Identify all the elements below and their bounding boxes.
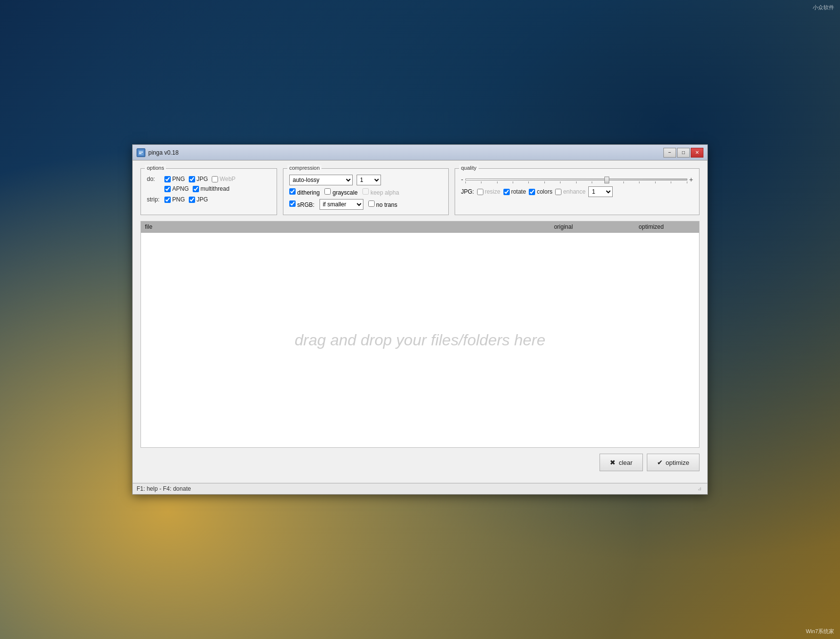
webp-do-text: WebP: [220, 176, 235, 182]
png-do-text: PNG: [172, 176, 185, 182]
srgb-mode-select[interactable]: if smaller always never: [320, 199, 363, 210]
resize-label[interactable]: resize: [477, 188, 500, 195]
resize-handle: ⊿: [698, 486, 703, 492]
minimize-button[interactable]: −: [663, 148, 676, 158]
status-text: F1: help - F4: donate: [137, 485, 191, 492]
apng-text: APNG: [172, 185, 189, 192]
multithread-label[interactable]: multithread: [193, 185, 229, 192]
quality-slider[interactable]: [465, 175, 687, 184]
jpg-do-label[interactable]: JPG: [189, 176, 208, 182]
quality-slider-row: -: [461, 175, 693, 184]
strip-png-label[interactable]: PNG: [164, 196, 185, 203]
rotate-text: rotate: [511, 188, 526, 195]
strip-jpg-text: JPG: [197, 196, 208, 203]
file-list-area[interactable]: file original optimized drag and drop yo…: [140, 221, 700, 448]
slider-handle[interactable]: [604, 177, 609, 183]
optimize-icon: ✔: [657, 459, 663, 466]
compression-method-select[interactable]: auto-lossy auto-lossless lossy lossless: [289, 175, 353, 185]
clear-icon: ✖: [610, 459, 616, 466]
colors-text: colors: [537, 188, 552, 195]
grayscale-label[interactable]: grayscale: [324, 188, 358, 196]
strip-row: strip: PNG JPG: [147, 196, 271, 203]
do-row: do: PNG JPG WebP: [147, 176, 271, 182]
webp-do-checkbox[interactable]: [212, 176, 218, 182]
png-do-checkbox[interactable]: [164, 176, 171, 182]
srgb-text: sRGB:: [297, 201, 314, 208]
keep-alpha-label[interactable]: keep alpha: [362, 188, 399, 196]
strip-png-text: PNG: [172, 196, 185, 203]
compression-method-row: auto-lossy auto-lossless lossy lossless …: [289, 175, 442, 185]
close-button[interactable]: ✕: [691, 148, 703, 158]
button-row: ✖ clear ✔ optimize: [140, 454, 700, 471]
slider-track: [465, 179, 687, 180]
dithering-label[interactable]: dithering: [289, 188, 320, 196]
optimize-label: optimize: [666, 459, 689, 466]
app-icon: [137, 148, 145, 157]
svg-rect-1: [139, 152, 143, 153]
keep-alpha-checkbox[interactable]: [362, 188, 369, 195]
srgb-checkbox[interactable]: [289, 200, 296, 207]
enhance-label[interactable]: enhance: [555, 188, 585, 195]
watermark-bottom-right: Win7系统家: [806, 628, 834, 635]
jpg-level-select[interactable]: 1 2 3 4: [588, 186, 613, 197]
restore-button[interactable]: □: [677, 148, 690, 158]
colors-checkbox[interactable]: [529, 189, 535, 195]
multithread-text: multithread: [200, 185, 229, 192]
jpg-do-text: JPG: [197, 176, 208, 182]
webp-do-label[interactable]: WebP: [212, 176, 235, 182]
quality-plus: +: [689, 176, 693, 183]
file-list-body[interactable]: drag and drop your files/folders here: [141, 233, 699, 447]
options-panel: options do: PNG JPG WebP: [140, 168, 277, 215]
slider-ticks: [465, 181, 687, 183]
quality-panel: quality -: [455, 168, 700, 215]
compression-options-row1: dithering grayscale keep alpha: [289, 188, 442, 196]
compression-level-select[interactable]: 1 2 3 4 5: [357, 175, 381, 185]
srgb-checkbox-label[interactable]: sRGB:: [289, 200, 315, 208]
strip-jpg-checkbox[interactable]: [189, 197, 195, 203]
strip-jpg-label[interactable]: JPG: [189, 196, 208, 203]
rotate-label[interactable]: rotate: [503, 188, 526, 195]
quality-legend: quality: [459, 165, 479, 171]
resize-checkbox[interactable]: [477, 189, 483, 195]
multithread-checkbox[interactable]: [193, 186, 199, 192]
window-title: pinga v0.18: [148, 149, 179, 156]
no-trans-text: no trans: [376, 201, 397, 208]
title-bar: pinga v0.18 − □ ✕: [133, 145, 707, 160]
jpg-quality-label: JPG:: [461, 188, 474, 195]
no-trans-checkbox[interactable]: [368, 200, 375, 207]
dithering-checkbox[interactable]: [289, 188, 296, 195]
colors-label[interactable]: colors: [529, 188, 552, 195]
apng-label[interactable]: APNG: [164, 185, 189, 192]
clear-button[interactable]: ✖ clear: [600, 454, 642, 471]
compression-legend: compression: [287, 165, 321, 171]
keep-alpha-text: keep alpha: [370, 189, 399, 196]
enhance-checkbox[interactable]: [555, 189, 561, 195]
main-content: options do: PNG JPG WebP: [133, 160, 707, 483]
status-bar: F1: help - F4: donate ⊿: [133, 483, 707, 494]
clear-label: clear: [619, 459, 632, 466]
enhance-text: enhance: [563, 188, 585, 195]
apng-checkbox[interactable]: [164, 186, 171, 192]
col-optimized: optimized: [607, 223, 695, 230]
quality-jpg-row: JPG: resize rotate colors: [461, 186, 693, 197]
grayscale-checkbox[interactable]: [324, 188, 331, 195]
col-original: original: [520, 223, 607, 230]
apng-row: APNG multithread: [147, 185, 271, 192]
col-file: file: [145, 223, 520, 230]
watermark-top-right: 小众软件: [813, 4, 834, 11]
svg-rect-0: [138, 150, 144, 156]
title-bar-left: pinga v0.18: [137, 148, 179, 157]
compression-options-row2: sRGB: if smaller always never no trans: [289, 199, 442, 210]
optimize-button[interactable]: ✔ optimize: [647, 454, 700, 471]
rotate-checkbox[interactable]: [503, 189, 510, 195]
strip-png-checkbox[interactable]: [164, 197, 171, 203]
jpg-do-checkbox[interactable]: [189, 176, 195, 182]
file-list-header: file original optimized: [141, 221, 699, 233]
strip-label: strip:: [147, 196, 160, 203]
dithering-text: dithering: [297, 189, 320, 196]
png-do-label[interactable]: PNG: [164, 176, 185, 182]
svg-rect-2: [139, 153, 141, 154]
resize-text: resize: [485, 188, 500, 195]
no-trans-label[interactable]: no trans: [368, 200, 398, 208]
drop-hint: drag and drop your files/folders here: [295, 331, 545, 349]
